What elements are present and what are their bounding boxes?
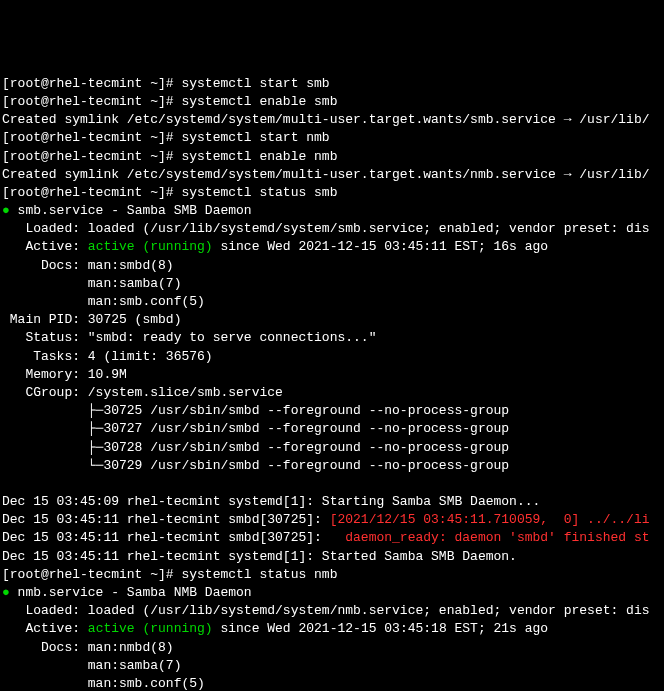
terminal-text: ●	[2, 585, 18, 600]
terminal-text: since Wed 2021-12-15 03:45:11 EST; 16s a…	[213, 239, 548, 254]
terminal-text: man:samba(7)	[2, 658, 181, 673]
terminal-text: active (running)	[88, 621, 213, 636]
terminal-line: Dec 15 03:45:09 rhel-tecmint systemd[1]:…	[2, 493, 662, 511]
terminal-line: Main PID: 30725 (smbd)	[2, 311, 662, 329]
terminal-text: Loaded: loaded (/usr/lib/systemd/system/…	[2, 221, 650, 236]
terminal-text: [2021/12/15 03:45:11.710059, 0] ../../li	[330, 512, 650, 527]
terminal-text: since Wed 2021-12-15 03:45:18 EST; 21s a…	[213, 621, 548, 636]
terminal-text	[2, 476, 10, 491]
terminal-line: ├─30728 /usr/sbin/smbd --foreground --no…	[2, 439, 662, 457]
terminal-text: daemon_ready: daemon 'smbd' finished st	[345, 530, 649, 545]
terminal-text: [root@rhel-tecmint ~]# systemctl status …	[2, 567, 337, 582]
terminal-text: man:smb.conf(5)	[2, 676, 205, 691]
terminal-text: Created symlink /etc/systemd/system/mult…	[2, 167, 650, 182]
terminal-text: └─30729 /usr/sbin/smbd --foreground --no…	[2, 458, 509, 473]
terminal-text: Main PID: 30725 (smbd)	[2, 312, 181, 327]
terminal-line: [root@rhel-tecmint ~]# systemctl status …	[2, 566, 662, 584]
terminal-line: [root@rhel-tecmint ~]# systemctl start s…	[2, 75, 662, 93]
terminal-line: man:samba(7)	[2, 275, 662, 293]
terminal-line: ● smb.service - Samba SMB Daemon	[2, 202, 662, 220]
terminal-line: Tasks: 4 (limit: 36576)	[2, 348, 662, 366]
terminal-line	[2, 475, 662, 493]
terminal-line: Created symlink /etc/systemd/system/mult…	[2, 111, 662, 129]
terminal-text: ├─30728 /usr/sbin/smbd --foreground --no…	[2, 440, 509, 455]
terminal-text: [root@rhel-tecmint ~]# systemctl status …	[2, 185, 337, 200]
terminal-text: man:smb.conf(5)	[2, 294, 205, 309]
terminal-line: ├─30727 /usr/sbin/smbd --foreground --no…	[2, 420, 662, 438]
terminal-text: [root@rhel-tecmint ~]# systemctl start s…	[2, 76, 330, 91]
terminal-text: Memory: 10.9M	[2, 367, 127, 382]
terminal-line: Active: active (running) since Wed 2021-…	[2, 620, 662, 638]
terminal-text: [root@rhel-tecmint ~]# systemctl start n…	[2, 130, 330, 145]
terminal-line: Status: "smbd: ready to serve connection…	[2, 329, 662, 347]
terminal-line: └─30729 /usr/sbin/smbd --foreground --no…	[2, 457, 662, 475]
terminal-line: [root@rhel-tecmint ~]# systemctl start n…	[2, 129, 662, 147]
terminal-line: [root@rhel-tecmint ~]# systemctl enable …	[2, 148, 662, 166]
terminal-text: Status: "smbd: ready to serve connection…	[2, 330, 376, 345]
terminal-output: [root@rhel-tecmint ~]# systemctl start s…	[2, 75, 662, 691]
terminal-text: Dec 15 03:45:11 rhel-tecmint systemd[1]:…	[2, 549, 517, 564]
terminal-text: Active:	[2, 239, 88, 254]
terminal-text: Active:	[2, 621, 88, 636]
terminal-line: man:samba(7)	[2, 657, 662, 675]
terminal-line: Dec 15 03:45:11 rhel-tecmint systemd[1]:…	[2, 548, 662, 566]
terminal-text: active (running)	[88, 239, 213, 254]
terminal-text: nmb.service - Samba NMB Daemon	[18, 585, 252, 600]
terminal-line: Docs: man:nmbd(8)	[2, 639, 662, 657]
terminal-text: Dec 15 03:45:11 rhel-tecmint smbd[30725]…	[2, 512, 330, 527]
terminal-line: [root@rhel-tecmint ~]# systemctl status …	[2, 184, 662, 202]
terminal-line: [root@rhel-tecmint ~]# systemctl enable …	[2, 93, 662, 111]
terminal-line: Loaded: loaded (/usr/lib/systemd/system/…	[2, 220, 662, 238]
terminal-line: man:smb.conf(5)	[2, 675, 662, 691]
terminal-text: man:samba(7)	[2, 276, 181, 291]
terminal-text: smb.service - Samba SMB Daemon	[18, 203, 252, 218]
terminal-text: CGroup: /system.slice/smb.service	[2, 385, 283, 400]
terminal-text: [root@rhel-tecmint ~]# systemctl enable …	[2, 94, 337, 109]
terminal-line: ├─30725 /usr/sbin/smbd --foreground --no…	[2, 402, 662, 420]
terminal-line: Loaded: loaded (/usr/lib/systemd/system/…	[2, 602, 662, 620]
terminal-line: Active: active (running) since Wed 2021-…	[2, 238, 662, 256]
terminal-text: Docs: man:smbd(8)	[2, 258, 174, 273]
terminal-text: Dec 15 03:45:09 rhel-tecmint systemd[1]:…	[2, 494, 540, 509]
terminal-text: Dec 15 03:45:11 rhel-tecmint smbd[30725]…	[2, 530, 345, 545]
terminal-line: man:smb.conf(5)	[2, 293, 662, 311]
terminal-line: Dec 15 03:45:11 rhel-tecmint smbd[30725]…	[2, 529, 662, 547]
terminal-line: Created symlink /etc/systemd/system/mult…	[2, 166, 662, 184]
terminal-line: ● nmb.service - Samba NMB Daemon	[2, 584, 662, 602]
terminal-text: [root@rhel-tecmint ~]# systemctl enable …	[2, 149, 337, 164]
terminal-line: Dec 15 03:45:11 rhel-tecmint smbd[30725]…	[2, 511, 662, 529]
terminal-line: Memory: 10.9M	[2, 366, 662, 384]
terminal-text: Created symlink /etc/systemd/system/mult…	[2, 112, 650, 127]
terminal-text: Tasks: 4 (limit: 36576)	[2, 349, 213, 364]
terminal-line: CGroup: /system.slice/smb.service	[2, 384, 662, 402]
terminal-text: ●	[2, 203, 18, 218]
terminal-text: ├─30725 /usr/sbin/smbd --foreground --no…	[2, 403, 509, 418]
terminal-line: Docs: man:smbd(8)	[2, 257, 662, 275]
terminal-text: Docs: man:nmbd(8)	[2, 640, 174, 655]
terminal-text: ├─30727 /usr/sbin/smbd --foreground --no…	[2, 421, 509, 436]
terminal-text: Loaded: loaded (/usr/lib/systemd/system/…	[2, 603, 650, 618]
